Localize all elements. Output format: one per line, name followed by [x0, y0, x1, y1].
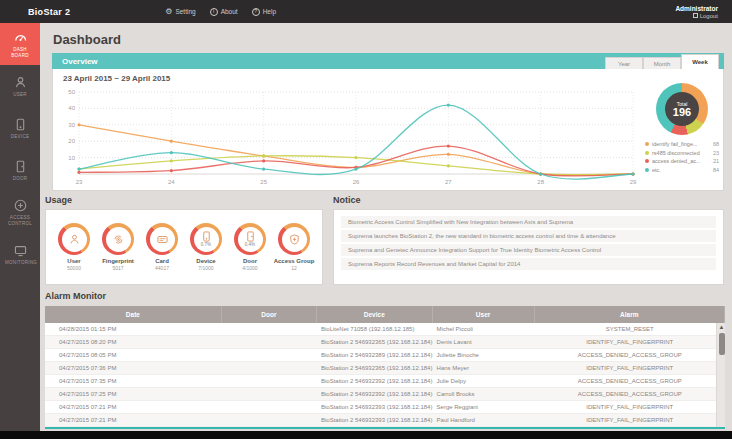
svg-text:20: 20 — [68, 138, 75, 144]
scrollbar-thumb[interactable] — [719, 333, 725, 355]
legend-label: etc. — [652, 166, 710, 175]
cell-user: Serge Reggiani — [433, 401, 535, 413]
column-header-user[interactable]: User — [433, 306, 535, 323]
gauge-value: 44017 — [155, 265, 169, 271]
topbar-menu-about[interactable]: iAbout — [210, 8, 238, 16]
window-bottom-edge — [0, 431, 732, 439]
scrollbar-up-arrow[interactable]: ▲ — [718, 324, 725, 331]
sidebar-item-monitoring[interactable]: MONITORING — [0, 233, 40, 275]
logout-button[interactable]: Logout — [693, 13, 718, 19]
sidebar-item-label: DASH BOARD — [5, 47, 35, 59]
gauge-value: 50000 — [67, 265, 81, 271]
column-header-device[interactable]: Device — [317, 306, 433, 323]
cell-user: Paul Handford — [433, 414, 535, 426]
cell-device: BioStation 2 546932392 (192.168.12.184) — [317, 388, 433, 400]
usage-gauge-card[interactable]: Card 44017 — [141, 223, 183, 271]
cell-device: BioStation 2 546932365 (192.168.12.184) — [317, 362, 433, 374]
cell-door — [222, 388, 317, 400]
svg-text:29: 29 — [630, 179, 637, 185]
cell-alarm: ACCESS_DENIED_ACCESS_GROUP — [535, 388, 725, 400]
cell-device: BioStation 2 546932365 (192.168.12.184) — [317, 336, 433, 348]
table-row[interactable]: 04/27/2015 07:21 PMBioStation 2 54693239… — [45, 414, 725, 427]
usage-gauge-door[interactable]: 0.4% Door 4/1000 — [229, 223, 271, 271]
table-row[interactable]: 04/27/2015 07:21 PMBioStation 2 54693239… — [45, 401, 725, 414]
svg-text:27: 27 — [445, 179, 452, 185]
alarm-summary: Total 196 identify fail_finge... 68 rs48… — [645, 83, 719, 174]
gauge-label: Card — [155, 258, 169, 264]
access-group-icon — [282, 227, 307, 252]
notice-item[interactable]: Suprema and Genetec Announce Integration… — [341, 244, 716, 256]
gauge-label: Fingerprint — [102, 258, 134, 264]
notice-item[interactable]: Suprema launches BioStation 2, the new s… — [341, 230, 716, 242]
cell-date: 04/27/2015 08:05 PM — [45, 349, 222, 361]
cell-alarm: IDENTIFY_FAIL_FINGERPRINT — [535, 401, 725, 413]
main-content: Dashboard Overview YearMonthWeek 23 Apri… — [40, 23, 732, 431]
gauge-label: User — [67, 258, 80, 264]
table-row[interactable]: 04/28/2015 01:15 PMBioLiteNet 71058 (192… — [45, 323, 725, 336]
tab-year[interactable]: Year — [605, 57, 643, 69]
legend-item: etc. 84 — [645, 166, 719, 175]
sidebar-item-access-control[interactable]: ACCESS CONTROL — [0, 191, 40, 233]
cell-user: Michel Piccoli — [433, 323, 535, 335]
gauge-ring — [146, 223, 178, 255]
device-icon: 0.7% — [194, 227, 219, 252]
notice-item[interactable]: Biometric Access Control Simplified with… — [341, 216, 716, 228]
table-scrollbar[interactable]: ▲ — [716, 323, 725, 427]
overview-panel: Overview YearMonthWeek 23 April 2015 ~ 2… — [52, 53, 724, 191]
sidebar-item-user[interactable]: USER — [0, 65, 40, 107]
donut-total: Total 196 — [665, 92, 699, 126]
tab-month[interactable]: Month — [643, 57, 681, 69]
access-control-icon — [13, 198, 28, 213]
svg-text:26: 26 — [353, 179, 360, 185]
table-row[interactable]: 04/27/2015 08:05 PMBioStation 2 54693238… — [45, 349, 725, 362]
overview-header: Overview YearMonthWeek — [52, 53, 724, 69]
cell-device: BioStation 2 546932393 (192.168.12.184) — [317, 401, 433, 413]
user-icon — [13, 75, 28, 90]
sidebar-item-label: USER — [13, 92, 27, 98]
gauge-ring: 0.4% — [234, 223, 266, 255]
legend-item: access denied_ac... 21 — [645, 157, 719, 166]
gear-icon: ⚙ — [165, 8, 172, 16]
card-icon — [150, 227, 175, 252]
usage-gauge-access-group[interactable]: Access Group 12 — [273, 223, 315, 271]
sidebar-item-device[interactable]: DEVICE — [0, 107, 40, 149]
sidebar-item-dash-board[interactable]: DASH BOARD — [0, 23, 40, 65]
sidebar-item-door[interactable]: DOOR — [0, 149, 40, 191]
cell-door — [222, 323, 317, 335]
usage-gauge-user[interactable]: User 50000 — [53, 223, 95, 271]
topbar-menu-setting[interactable]: ⚙Setting — [165, 8, 195, 16]
notice-panel: Biometric Access Control Simplified with… — [333, 209, 724, 285]
svg-text:40: 40 — [68, 105, 75, 111]
legend-value: 84 — [713, 166, 719, 175]
cell-door — [222, 375, 317, 387]
overview-period-tabs: YearMonthWeek — [605, 54, 719, 69]
table-header-row: DateDoorDeviceUserAlarm — [45, 306, 725, 323]
usage-gauge-fingerprint[interactable]: Fingerprint 5017 — [97, 223, 139, 271]
cell-date: 04/27/2015 07:36 PM — [45, 362, 222, 374]
cell-alarm: IDENTIFY_FAIL_FINGERPRINT — [535, 414, 725, 426]
column-header-alarm[interactable]: Alarm — [535, 306, 725, 323]
table-row[interactable]: 04/27/2015 07:35 PMBioStation 2 54693239… — [45, 375, 725, 388]
biostar-dashboard-window: { "topbar": { "brand": "BioStar 2", "men… — [0, 0, 732, 439]
notice-item[interactable]: Suprema Reports Record Revenues and Mark… — [341, 258, 716, 270]
gauge-percent: 0.4% — [245, 243, 255, 248]
cell-device: BioStation 2 546932393 (192.168.12.184) — [317, 414, 433, 426]
cell-door — [222, 414, 317, 426]
table-row[interactable]: 04/27/2015 07:36 PMBioStation 2 54693236… — [45, 362, 725, 375]
page-title: Dashboard — [53, 32, 121, 47]
legend-value: 23 — [713, 149, 719, 158]
cell-device: BioStation 2 546932389 (192.168.12.184) — [317, 349, 433, 361]
column-header-door[interactable]: Door — [222, 306, 317, 323]
table-row[interactable]: 04/27/2015 07:25 PMBioStation 2 54693239… — [45, 388, 725, 401]
tab-week[interactable]: Week — [681, 54, 719, 69]
svg-text:24: 24 — [168, 179, 175, 185]
cell-user: Juliette Binoche — [433, 349, 535, 361]
table-row[interactable]: 04/27/2015 08:20 PMBioStation 2 54693236… — [45, 336, 725, 349]
usage-gauge-device[interactable]: 0.7% Device 7/1000 — [185, 223, 227, 271]
gauge-label: Device — [196, 258, 215, 264]
gauge-label: Access Group — [274, 258, 315, 264]
topbar-menu-help[interactable]: ?Help — [252, 8, 276, 16]
column-header-date[interactable]: Date — [45, 306, 222, 323]
fingerprint-icon — [106, 227, 131, 252]
sidebar: DASH BOARDUSERDEVICEDOORACCESS CONTROLMO… — [0, 23, 40, 431]
